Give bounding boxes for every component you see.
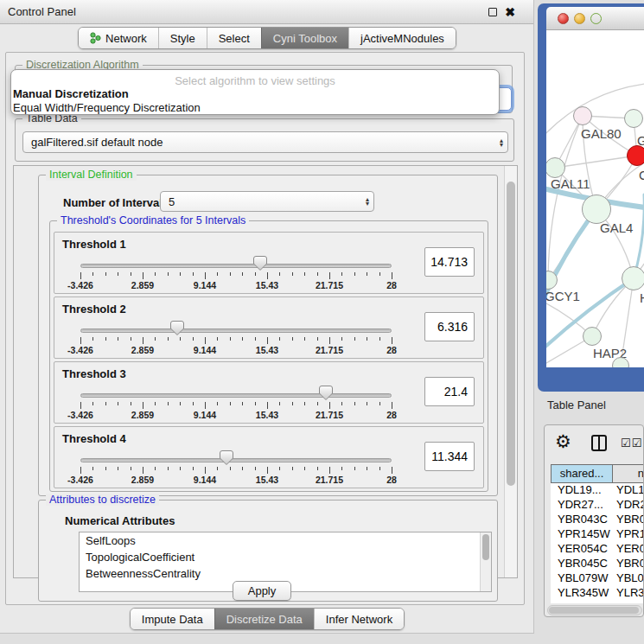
slider-thumb-icon (220, 450, 233, 466)
threshold-slider[interactable] (80, 264, 392, 268)
tab-network[interactable]: Network (79, 28, 158, 48)
minor-tick (92, 337, 93, 341)
threshold-slider[interactable] (80, 458, 392, 462)
name-cell: YLR3 (616, 586, 644, 599)
algorithm-option[interactable]: Equal Width/Frequency Discretization (11, 101, 499, 115)
threshold-label: Threshold 2 (62, 303, 126, 316)
table-horizontal-scrollbar[interactable] (547, 605, 642, 615)
minor-tick (193, 467, 194, 470)
tab-label: Network (105, 32, 147, 45)
column-header-shared-name[interactable]: shared... (551, 464, 613, 483)
table-row[interactable]: YBR045CYBR0 (551, 557, 644, 571)
minor-tick (168, 402, 169, 405)
minor-tick (279, 272, 280, 276)
minor-tick (317, 272, 318, 276)
tab-jactivemnodules[interactable]: jActiveMNodules (348, 28, 456, 48)
close-icon[interactable]: ✖ (505, 8, 515, 16)
minor-tick (341, 467, 342, 470)
attributes-list-scrollbar[interactable] (480, 532, 491, 591)
table-row[interactable]: YDR27...YDR2 (551, 498, 644, 513)
minor-tick (304, 272, 305, 276)
network-node-gal4[interactable] (582, 194, 611, 224)
minor-tick (230, 272, 231, 276)
minor-tick (105, 467, 106, 470)
minor-tick (105, 337, 106, 341)
scrollbar-thumb[interactable] (482, 534, 489, 560)
attribute-list-item[interactable]: BetweennessCentrality (80, 565, 491, 582)
checkbox-icons[interactable]: ☑☑ (621, 437, 642, 450)
tab-cyni-toolbox[interactable]: Cyni Toolbox (261, 28, 348, 48)
minimize-traffic-light-icon[interactable] (574, 13, 585, 24)
shared-name-cell: YPR145W (558, 527, 610, 540)
major-tick (80, 402, 81, 409)
table-panel-title: Table Panel (547, 399, 606, 411)
threshold-slider[interactable] (80, 328, 392, 333)
slider-track[interactable] (80, 393, 392, 398)
table-row[interactable]: YBR043CYBR0 (551, 513, 644, 527)
slider-track[interactable] (80, 264, 392, 268)
minor-tick (168, 337, 169, 341)
major-tick (80, 467, 81, 474)
threshold-value-field[interactable]: 14.713 (424, 247, 475, 277)
close-traffic-light-icon[interactable] (558, 13, 569, 24)
threshold-slider[interactable] (80, 393, 392, 398)
number-of-intervals-combobox[interactable]: 5 ▴▾ (160, 191, 374, 212)
tab-select[interactable]: Select (207, 28, 261, 48)
table-row[interactable]: YPR145WYPR1 (551, 527, 644, 542)
attribute-list-item[interactable]: TopologicalCoefficient (80, 549, 491, 565)
slider-track[interactable] (80, 328, 392, 333)
slider-ticks (80, 467, 392, 475)
table-row[interactable]: YER054CYER0 (551, 542, 644, 557)
minor-tick (193, 272, 194, 276)
minor-tick (317, 467, 318, 470)
slider-thumb-icon (253, 256, 267, 271)
algorithm-placeholder-option[interactable]: Select algorithm to view settings (11, 74, 499, 87)
gear-icon[interactable]: ⚙ (555, 431, 571, 452)
zoom-traffic-light-icon[interactable] (590, 13, 602, 24)
table-row[interactable]: YDL19...YDL1 (551, 483, 644, 498)
tab-impute-data[interactable]: Impute Data (131, 609, 214, 629)
network-node-c[interactable] (627, 145, 644, 166)
table-row[interactable]: YLR345WYLR3 (551, 586, 644, 601)
tab-style[interactable]: Style (158, 28, 207, 48)
algorithm-option[interactable]: Manual Discretization (11, 87, 499, 101)
table-data-combobox[interactable]: galFiltered.sif default node ▴▾ (22, 131, 508, 153)
column-header-name[interactable]: n (613, 464, 644, 483)
screen: Control Panel ✖ NetworkStyleSelectCyni T… (0, 0, 644, 644)
algorithm-options: Manual DiscretizationEqual Width/Frequen… (11, 87, 499, 114)
interval-definition-group-title: Interval Definition (46, 169, 137, 181)
network-canvas[interactable]: GAL80GACGAL11GAL4GCY1HHAP2 (546, 30, 644, 367)
threshold-value-field[interactable]: 11.344 (424, 442, 475, 471)
scrollbar-thumb[interactable] (549, 607, 639, 614)
table-row[interactable]: YIL052CYIL0 (551, 601, 644, 603)
minor-tick (105, 402, 106, 405)
table-row[interactable]: YBL079WYBL0 (551, 571, 644, 586)
network-node-ga[interactable] (624, 109, 643, 128)
slider-track[interactable] (80, 458, 392, 462)
attribute-items: SelfLoopsTopologicalCoefficientBetweenne… (80, 532, 491, 582)
bottom-tabbar: Impute DataDiscretize DataInfer Network (0, 608, 534, 630)
scale-label: 28 (386, 345, 397, 355)
minor-tick (131, 402, 131, 405)
threshold-value-field[interactable]: 6.316 (424, 312, 475, 341)
cyni-toolbox-panel: Discretization Algorithm Table Data galF… (5, 52, 525, 605)
settings-vertical-scrollbar[interactable] (504, 166, 517, 577)
threshold-label: Threshold 3 (62, 367, 126, 380)
tab-discretize-data[interactable]: Discretize Data (214, 609, 314, 629)
attribute-list-item[interactable]: SelfLoops (80, 532, 491, 549)
columns-icon[interactable] (591, 435, 607, 451)
minor-tick (317, 337, 318, 341)
tab-infer-network[interactable]: Infer Network (314, 609, 404, 629)
minor-tick (155, 402, 156, 405)
name-cell: YDR2 (616, 498, 644, 511)
scrollbar-thumb[interactable] (507, 182, 515, 486)
network-node-gal80[interactable] (573, 106, 592, 125)
network-node-h[interactable] (622, 266, 644, 290)
float-window-icon[interactable] (488, 8, 497, 16)
threshold-value-field[interactable]: 21.4 (424, 377, 475, 406)
major-tick (205, 272, 206, 279)
apply-button[interactable]: Apply (233, 581, 291, 601)
bottom-tab-segmented-control: Impute DataDiscretize DataInfer Network (130, 608, 405, 630)
minor-tick (341, 402, 342, 405)
network-node-hap2[interactable] (583, 327, 602, 346)
